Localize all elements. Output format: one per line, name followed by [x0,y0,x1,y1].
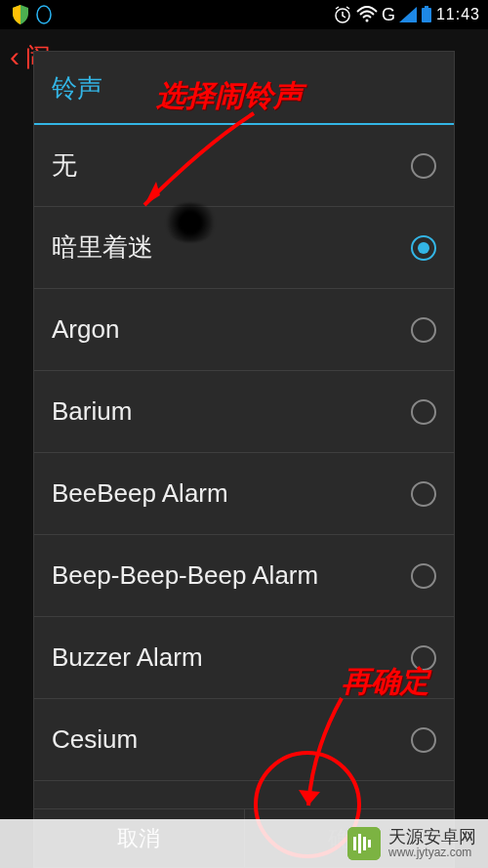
ringtone-label: Barium [52,396,132,427]
ringtone-item[interactable]: Argon [34,289,454,371]
ringtone-label: 暗里着迷 [52,230,153,265]
radio-icon[interactable] [411,317,436,343]
radio-icon[interactable] [411,235,436,261]
svg-rect-8 [363,837,366,850]
qq-icon [35,5,53,24]
radio-icon[interactable] [411,563,436,589]
dialog-title: 铃声 [34,52,454,123]
battery-icon [421,6,432,23]
ringtone-list: 无暗里着迷ArgonBariumBeeBeep AlarmBeep-Beep-B… [34,125,454,808]
svg-point-2 [365,20,368,22]
shield-icon [12,5,29,24]
svg-rect-3 [422,8,431,22]
radio-icon[interactable] [411,727,436,753]
ringtone-item[interactable]: Buzzer Alarm [34,617,454,699]
ringtone-label: BeeBeep Alarm [52,478,228,509]
ringtone-label: 无 [52,148,77,183]
ringtone-item[interactable]: 暗里着迷 [34,207,454,289]
ringtone-dialog: 铃声 无暗里着迷ArgonBariumBeeBeep AlarmBeep-Bee… [33,51,455,868]
svg-point-0 [37,6,51,23]
ringtone-item[interactable]: Helium [34,781,454,808]
svg-rect-9 [368,840,371,847]
svg-rect-4 [425,6,428,8]
watermark-title: 天源安卓网 [388,828,476,847]
back-icon[interactable]: ‹ [10,40,20,73]
svg-rect-7 [358,834,361,853]
radio-icon[interactable] [411,645,436,671]
alarm-icon [333,5,352,24]
watermark: 天源安卓网 www.jytyaz.com [0,819,488,868]
ringtone-item[interactable]: Beep-Beep-Beep Alarm [34,535,454,617]
ringtone-item[interactable]: BeeBeep Alarm [34,453,454,535]
ringtone-item[interactable]: 无 [34,125,454,207]
ringtone-label: Beep-Beep-Beep Alarm [52,560,318,591]
ringtone-label: Buzzer Alarm [52,642,203,673]
wifi-icon [356,6,378,23]
status-bar: G 11:43 [0,0,488,29]
radio-icon[interactable] [411,153,436,179]
radio-icon[interactable] [411,481,436,507]
ringtone-label: Cesium [52,724,138,755]
signal-icon [399,7,417,22]
radio-icon[interactable] [411,399,436,425]
ringtone-label: Argon [52,314,119,345]
status-time: 11:43 [436,6,480,23]
ringtone-item[interactable]: Cesium [34,699,454,781]
svg-rect-6 [353,837,356,850]
watermark-logo-icon [347,827,381,860]
ringtone-item[interactable]: Barium [34,371,454,453]
watermark-url: www.jytyaz.com [388,847,476,859]
network-label: G [382,5,395,25]
